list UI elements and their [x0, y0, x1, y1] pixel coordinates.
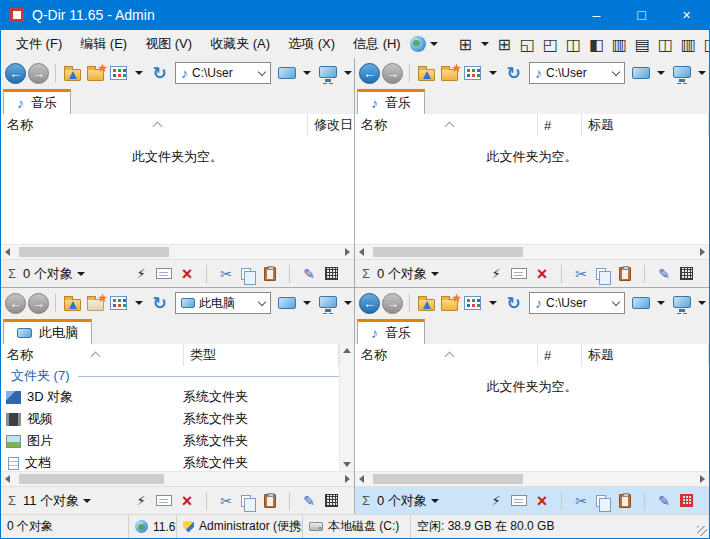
display-button[interactable]	[630, 62, 651, 84]
edit-button[interactable]: ✎	[302, 492, 316, 510]
refresh-button[interactable]: ↻	[503, 62, 524, 84]
list-item[interactable]: 视频 系统文件夹	[1, 408, 354, 430]
monitor-dropdown-icon[interactable]	[698, 301, 706, 305]
menu-info[interactable]: 信息 (H)	[344, 35, 410, 53]
column-modified[interactable]: 修改日	[308, 114, 354, 136]
layout-2row-icon[interactable]: ◧	[585, 34, 608, 55]
menu-favorites[interactable]: 收藏夹 (A)	[201, 35, 279, 53]
scroll-left-icon[interactable]	[5, 475, 10, 483]
forward-button[interactable]: →	[382, 293, 403, 314]
cut-button[interactable]: ✂	[574, 265, 588, 283]
cut-button[interactable]: ✂	[219, 492, 233, 510]
tab-music[interactable]: ♪ 音乐	[357, 319, 425, 344]
column-number[interactable]: #	[538, 114, 582, 136]
tab-this-pc[interactable]: 此电脑	[3, 319, 92, 344]
paste-button[interactable]	[618, 492, 632, 510]
back-button[interactable]: ←	[5, 63, 26, 84]
layout-main-button[interactable]: ⊞	[454, 34, 477, 55]
scrollbar-thumb[interactable]	[373, 247, 523, 257]
scroll-left-icon[interactable]	[5, 248, 10, 256]
column-type[interactable]: 类型	[184, 344, 339, 366]
folder-view[interactable]: 此文件夹为空。	[1, 136, 354, 244]
edit-button[interactable]: ✎	[657, 492, 671, 510]
back-button[interactable]: ←	[359, 293, 380, 314]
forward-button[interactable]: →	[382, 63, 403, 84]
cut-button[interactable]: ✂	[574, 492, 588, 510]
h-scrollbar[interactable]	[1, 244, 354, 259]
minimize-button[interactable]: –	[574, 0, 619, 30]
column-number[interactable]: #	[538, 344, 582, 366]
scroll-up-icon[interactable]	[343, 348, 351, 353]
delete-button[interactable]: ×	[535, 492, 549, 510]
menu-view[interactable]: 视图 (V)	[136, 35, 201, 53]
scroll-right-icon[interactable]	[700, 475, 705, 483]
h-scrollbar[interactable]	[355, 471, 709, 486]
scrollbar-thumb[interactable]	[19, 247, 169, 257]
monitor-button[interactable]	[317, 292, 338, 314]
scrollbar-thumb[interactable]	[373, 474, 523, 484]
display-button[interactable]	[276, 62, 297, 84]
rename-button[interactable]	[511, 265, 527, 283]
quick-action-button[interactable]: ⚡	[134, 265, 148, 283]
globe-icon[interactable]	[410, 36, 426, 52]
scroll-right-icon[interactable]	[345, 475, 350, 483]
scroll-left-icon[interactable]	[359, 475, 364, 483]
display-button[interactable]	[630, 292, 651, 314]
new-folder-button[interactable]	[85, 62, 106, 84]
scroll-left-icon[interactable]	[359, 248, 364, 256]
monitor-dropdown-icon[interactable]	[344, 301, 352, 305]
display-button[interactable]	[276, 292, 297, 314]
count-dropdown-icon[interactable]	[83, 499, 91, 503]
address-combo[interactable]: ♪ C:\User	[529, 292, 625, 314]
layout-3pane-b-icon[interactable]: ◰	[539, 34, 562, 55]
back-button[interactable]: ←	[359, 63, 380, 84]
paste-button[interactable]	[263, 492, 277, 510]
address-combo[interactable]: ♪ C:\User	[175, 62, 271, 84]
back-button[interactable]: ←	[5, 293, 26, 314]
count-dropdown-icon[interactable]	[77, 272, 85, 276]
cut-button[interactable]: ✂	[219, 265, 233, 283]
layout-combo-a-icon[interactable]: ◨	[700, 34, 709, 55]
copy-button[interactable]	[241, 492, 255, 510]
display-dropdown-icon[interactable]	[657, 71, 665, 75]
h-scrollbar[interactable]	[355, 244, 709, 259]
scroll-down-icon[interactable]	[343, 462, 351, 467]
folder-up-button[interactable]	[62, 62, 83, 84]
view-mode-button[interactable]	[462, 62, 483, 84]
paste-button[interactable]	[263, 265, 277, 283]
group-header[interactable]: 文件夹 (7)	[1, 366, 354, 386]
h-scrollbar[interactable]	[1, 471, 354, 486]
pane-indicator-button[interactable]	[324, 492, 338, 510]
view-dropdown-icon[interactable]	[489, 71, 497, 75]
address-combo[interactable]: ♪ C:\User	[529, 62, 625, 84]
quick-action-button[interactable]: ⚡	[489, 265, 503, 283]
address-combo[interactable]: 此电脑	[175, 292, 271, 314]
view-dropdown-icon[interactable]	[489, 301, 497, 305]
column-name[interactable]: 名称	[355, 344, 538, 366]
column-title[interactable]: 标题	[582, 344, 709, 366]
column-title[interactable]: 标题	[582, 114, 709, 136]
rename-button[interactable]	[156, 265, 172, 283]
monitor-button[interactable]	[671, 292, 692, 314]
forward-button[interactable]: →	[28, 293, 49, 314]
layout-3pane-a-icon[interactable]: ◱	[516, 34, 539, 55]
layout-quad-icon[interactable]: ⊞	[493, 34, 516, 55]
pane-indicator-button[interactable]	[324, 265, 338, 283]
quick-action-button[interactable]: ⚡	[489, 492, 503, 510]
tab-music[interactable]: ♪ 音乐	[3, 89, 71, 114]
close-button[interactable]: ×	[664, 0, 709, 30]
view-mode-button[interactable]	[108, 292, 129, 314]
layout-2col-icon[interactable]: ◫	[562, 34, 585, 55]
refresh-button[interactable]: ↻	[503, 292, 524, 314]
list-item[interactable]: 图片 系统文件夹	[1, 430, 354, 452]
menu-options[interactable]: 选项 (X)	[279, 35, 344, 53]
resize-grip[interactable]	[697, 526, 707, 536]
display-dropdown-icon[interactable]	[303, 301, 311, 305]
rename-button[interactable]	[156, 492, 172, 510]
folder-view[interactable]: 此文件夹为空。	[355, 366, 709, 471]
copy-button[interactable]	[241, 265, 255, 283]
tab-music[interactable]: ♪ 音乐	[357, 89, 425, 114]
refresh-button[interactable]: ↻	[149, 292, 170, 314]
display-dropdown-icon[interactable]	[657, 301, 665, 305]
menu-file[interactable]: 文件 (F)	[7, 35, 71, 53]
